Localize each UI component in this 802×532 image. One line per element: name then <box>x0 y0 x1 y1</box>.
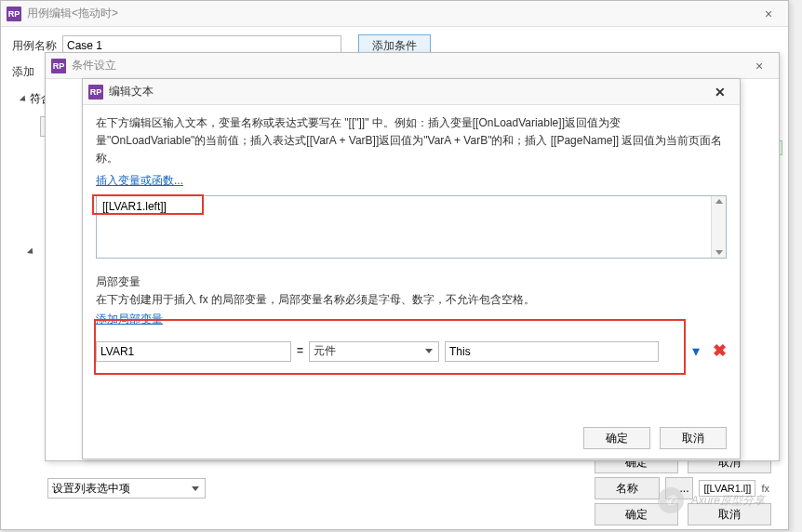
cancel-button[interactable]: 取消 <box>660 427 727 449</box>
rp-icon: RP <box>7 7 21 21</box>
close-icon[interactable]: × <box>755 7 782 21</box>
close-icon[interactable]: ✕ <box>706 85 734 100</box>
win3-title: 编辑文本 <box>109 84 154 100</box>
equals-sign: = <box>297 342 303 360</box>
win3-titlebar: RP 编辑文本 ✕ <box>83 79 740 105</box>
second-tree-node[interactable] <box>29 248 37 256</box>
win1-titlebar: RP 用例编辑<拖动时> × <box>1 1 788 27</box>
ellipsis-button[interactable]: ... <box>665 477 693 499</box>
name-button[interactable]: 名称 <box>595 477 660 499</box>
win2-title: 条件设立 <box>72 58 116 73</box>
edit-text-description: 在下方编辑区输入文本，变量名称或表达式要写在 "[["]]" 中。例如：插入变量… <box>96 114 727 168</box>
rp-icon: RP <box>88 85 103 100</box>
delete-var-icon[interactable]: ✖ <box>713 338 727 365</box>
win2-titlebar: RP 条件设立 × <box>46 53 779 79</box>
expression-editor-wrap: [[LVAR1.left]] <box>96 195 727 259</box>
ok-button[interactable]: 确定 <box>583 427 650 449</box>
add-label: 添加 <box>12 64 34 80</box>
scrollbar[interactable] <box>711 196 726 258</box>
cancel-button-bottom[interactable]: 取消 <box>688 503 771 525</box>
rp-icon: RP <box>51 59 66 73</box>
add-var-icon[interactable]: ▾ <box>692 339 700 364</box>
insert-var-link[interactable]: 插入变量或函数... <box>96 174 183 187</box>
local-var-target-input[interactable] <box>445 341 659 362</box>
local-var-name-input[interactable] <box>96 341 291 362</box>
fx-label[interactable]: fx <box>761 483 769 494</box>
add-local-var-link[interactable]: 添加局部变量 <box>96 313 163 326</box>
case-name-label: 用例名称 <box>12 38 57 54</box>
win1-title: 用例编辑<拖动时> <box>27 6 118 21</box>
local-var-desc: 在下方创建用于插入 fx 的局部变量，局部变量名称必须是字母、数字，不允许包含空… <box>96 291 727 309</box>
local-var-type-combo[interactable]: 元件 <box>309 341 439 362</box>
close-icon[interactable]: × <box>745 59 773 73</box>
local-var-heading: 局部变量 <box>96 273 727 291</box>
expression-editor[interactable]: [[LVAR1.left]] <box>97 196 711 258</box>
ok-button-bottom[interactable]: 确定 <box>595 503 678 525</box>
list-value-combo[interactable]: 设置列表选中项 <box>47 478 206 499</box>
var-tag-field: [[LVAR1.l]] <box>699 480 755 497</box>
